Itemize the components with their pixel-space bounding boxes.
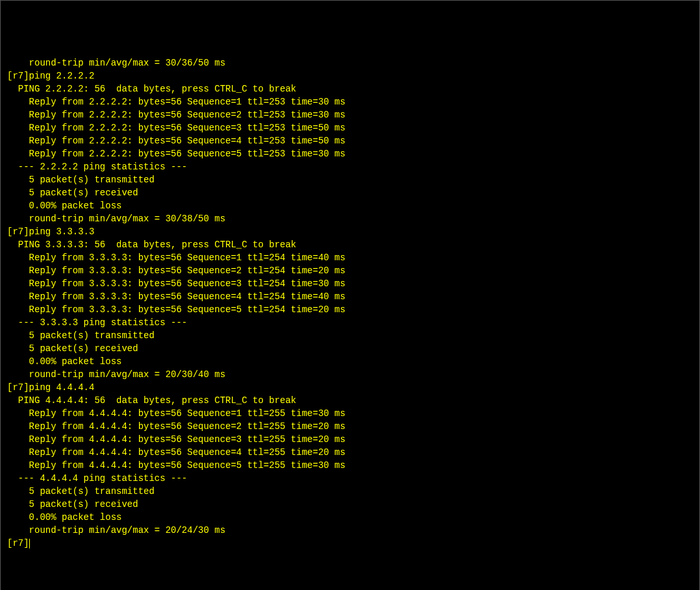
rtt-line: round-trip min/avg/max = 20/30/40 ms: [7, 368, 693, 381]
rtt-line: round-trip min/avg/max = 30/38/50 ms: [7, 212, 693, 225]
ping-command-line: [r7]ping 3.3.3.3: [7, 225, 693, 238]
cursor: [29, 539, 30, 548]
reply-line: Reply from 2.2.2.2: bytes=56 Sequence=2 …: [7, 108, 693, 121]
loss-line: 0.00% packet loss: [7, 511, 693, 524]
prompt[interactable]: [r7]: [7, 537, 693, 550]
transmitted-line: 5 packet(s) transmitted: [7, 485, 693, 498]
received-line: 5 packet(s) received: [7, 498, 693, 511]
reply-line: Reply from 4.4.4.4: bytes=56 Sequence=1 …: [7, 407, 693, 420]
reply-line: Reply from 3.3.3.3: bytes=56 Sequence=1 …: [7, 251, 693, 264]
stats-header-line: --- 3.3.3.3 ping statistics ---: [7, 316, 693, 329]
loss-line: 0.00% packet loss: [7, 355, 693, 368]
rtt-summary-line: round-trip min/avg/max = 30/36/50 ms: [7, 56, 693, 69]
reply-line: Reply from 3.3.3.3: bytes=56 Sequence=2 …: [7, 264, 693, 277]
loss-line: 0.00% packet loss: [7, 199, 693, 212]
reply-line: Reply from 4.4.4.4: bytes=56 Sequence=2 …: [7, 420, 693, 433]
reply-line: Reply from 3.3.3.3: bytes=56 Sequence=3 …: [7, 277, 693, 290]
reply-line: Reply from 4.4.4.4: bytes=56 Sequence=4 …: [7, 446, 693, 459]
transmitted-line: 5 packet(s) transmitted: [7, 329, 693, 342]
ping-header-line: PING 2.2.2.2: 56 data bytes, press CTRL_…: [7, 82, 693, 95]
reply-line: Reply from 4.4.4.4: bytes=56 Sequence=3 …: [7, 433, 693, 446]
reply-line: Reply from 2.2.2.2: bytes=56 Sequence=1 …: [7, 95, 693, 108]
terminal-output[interactable]: round-trip min/avg/max = 30/36/50 ms[r7]…: [7, 56, 693, 550]
reply-line: Reply from 4.4.4.4: bytes=56 Sequence=5 …: [7, 459, 693, 472]
reply-line: Reply from 2.2.2.2: bytes=56 Sequence=3 …: [7, 121, 693, 134]
stats-header-line: --- 4.4.4.4 ping statistics ---: [7, 472, 693, 485]
received-line: 5 packet(s) received: [7, 186, 693, 199]
rtt-line: round-trip min/avg/max = 20/24/30 ms: [7, 524, 693, 537]
ping-command-line: [r7]ping 2.2.2.2: [7, 69, 693, 82]
ping-command-line: [r7]ping 4.4.4.4: [7, 381, 693, 394]
ping-header-line: PING 3.3.3.3: 56 data bytes, press CTRL_…: [7, 238, 693, 251]
received-line: 5 packet(s) received: [7, 342, 693, 355]
transmitted-line: 5 packet(s) transmitted: [7, 173, 693, 186]
reply-line: Reply from 3.3.3.3: bytes=56 Sequence=5 …: [7, 303, 693, 316]
reply-line: Reply from 3.3.3.3: bytes=56 Sequence=4 …: [7, 290, 693, 303]
reply-line: Reply from 2.2.2.2: bytes=56 Sequence=5 …: [7, 147, 693, 160]
stats-header-line: --- 2.2.2.2 ping statistics ---: [7, 160, 693, 173]
ping-header-line: PING 4.4.4.4: 56 data bytes, press CTRL_…: [7, 394, 693, 407]
reply-line: Reply from 2.2.2.2: bytes=56 Sequence=4 …: [7, 134, 693, 147]
